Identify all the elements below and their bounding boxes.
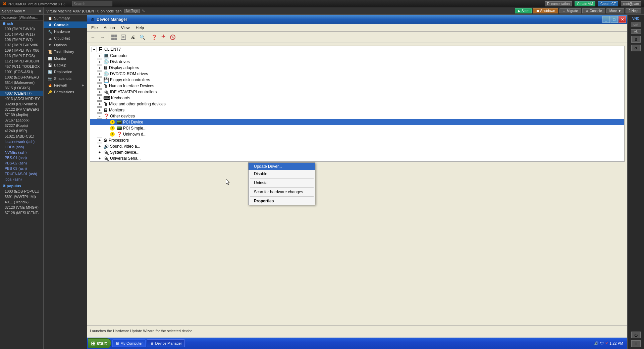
tree-other-devices[interactable]: − ❓ Other devices (90, 113, 624, 119)
vnc-grid-btn[interactable]: ⊞ (631, 340, 641, 347)
toolbar-device-view-btn[interactable] (110, 33, 118, 42)
sidebar-vm-106[interactable]: 106 (TMPLT-W7) (0, 37, 43, 42)
ctx-disable[interactable]: Disable (249, 170, 315, 178)
sound-toggle[interactable]: + (97, 144, 102, 149)
system-toggle[interactable]: + (97, 150, 102, 155)
taskbar-device-manager[interactable]: 🖥 Device Manager (147, 339, 185, 347)
processors-toggle[interactable]: + (97, 138, 102, 143)
toolbar-properties-btn[interactable] (119, 33, 128, 42)
tree-display-adapters[interactable]: + 🖥 Display adapters (90, 65, 624, 71)
sidebar-vm-51021[interactable]: 51021 (ABB-CS1) (0, 134, 43, 139)
sidebar-vm-3691[interactable]: 3691 (WWTPHIMI) (0, 194, 43, 199)
ctx-uninstall[interactable]: Uninstall (249, 179, 315, 187)
usb-toggle[interactable]: + (97, 156, 102, 161)
tree-pci-device[interactable]: ! 📟 PCI Device (90, 119, 624, 125)
toolbar-print-btn[interactable]: 🖨 (128, 33, 137, 42)
sidebar-storage-local[interactable]: local (ash) (0, 177, 43, 182)
win-restore-btn[interactable]: □ (610, 16, 618, 23)
tree-processors[interactable]: + ⚙ Processors (90, 137, 624, 143)
more-button[interactable]: More ▼ (606, 8, 624, 13)
tree-root[interactable]: − 🖥 CLIENT7 (90, 46, 624, 53)
tree-monitors[interactable]: + 🖥 Monitors (90, 107, 624, 113)
tree-floppy[interactable]: + 💾 Floppy disk controllers (90, 77, 624, 83)
sidebar-storage-pbs01[interactable]: PBS-01 (ash) (0, 155, 43, 160)
keyboards-toggle[interactable]: + (97, 95, 102, 101)
tree-sound-video[interactable]: + 🔊 Sound, video a... (90, 143, 624, 149)
ide-toggle[interactable]: + (97, 89, 102, 95)
floppy-toggle[interactable]: + (97, 77, 102, 83)
nav-permissions[interactable]: 🔑 Permissions (44, 89, 87, 95)
user-button[interactable]: root@pam (621, 1, 641, 6)
toolbar-scan-btn[interactable]: 🔍 (138, 33, 147, 42)
nav-hardware[interactable]: 🔧 Hardware (44, 28, 87, 35)
sidebar-vm-41240[interactable]: 41240 (UISP) (0, 128, 43, 134)
nav-options[interactable]: ⚙ Options (44, 42, 87, 48)
win-close-btn[interactable]: ✕ (619, 16, 626, 23)
create-ct-button[interactable]: Create CT (598, 1, 618, 6)
sidebar-vm-1001[interactable]: 1001 (EOS-ASH) (0, 69, 43, 74)
console-button[interactable]: 🖥 Console (582, 8, 605, 13)
documentation-button[interactable]: Documentation (545, 1, 572, 6)
sidebar-vm-112[interactable]: 112 (TMPLT-KUBUN (0, 58, 43, 64)
create-vm-button[interactable]: Create VM (575, 1, 595, 6)
other-toggle[interactable]: − (97, 113, 102, 119)
vnc-alt[interactable]: Alt (631, 29, 641, 34)
start-button[interactable]: ⊞ start (88, 338, 111, 348)
toolbar-update-btn[interactable] (159, 33, 168, 42)
tree-pci-simple[interactable]: ! 📟 PCI Simple... (90, 125, 624, 131)
menu-help[interactable]: Help (133, 25, 147, 31)
tree-unknown-device[interactable]: ! ❓ Unknown d... (90, 131, 624, 137)
tree-ide[interactable]: + 🔌 IDE ATA/ATAPI controllers (90, 89, 624, 95)
toolbar-uninstall-btn[interactable] (168, 33, 177, 42)
sidebar-vm-107[interactable]: 107 (TMPLT-XP-x86 (0, 42, 43, 48)
dvd-toggle[interactable]: + (97, 71, 102, 77)
toolbar-help-btn[interactable]: ❓ (150, 33, 158, 42)
sidebar-vm-3614[interactable]: 3614 (Maleserver) (0, 80, 43, 85)
tree-dvd[interactable]: + 💿 DVD/CD-ROM drives (90, 71, 624, 77)
sidebar-node-populus[interactable]: 🖥populus (0, 183, 43, 189)
nav-backup[interactable]: 💾 Backup (44, 62, 87, 68)
vnc-settings-btn[interactable]: ⚙ (631, 45, 641, 51)
sidebar-vm-109[interactable]: 109 (TMPLT-W7-X86 (0, 48, 43, 53)
monitors-toggle[interactable]: + (97, 107, 102, 113)
sidebar-node-ash[interactable]: 🖥ash (0, 21, 43, 26)
vnc-power-btn[interactable]: ⏻ (631, 332, 641, 338)
server-view-close[interactable]: ✕ (39, 9, 41, 13)
display-toggle[interactable]: + (97, 65, 102, 70)
sidebar-vm-33208[interactable]: 33208 (RDP-Nalco) (0, 101, 43, 107)
menu-view[interactable]: View (118, 25, 132, 31)
sidebar-storage-hdds[interactable]: HDDs (ash) (0, 144, 43, 150)
tree-keyboards[interactable]: + ⌨ Keyboards (90, 95, 624, 101)
root-toggle[interactable]: − (92, 47, 97, 52)
tree-disk-drives[interactable]: + 💿 Disk drives (90, 59, 624, 65)
sidebar-vm-37122[interactable]: 37122 (PV-VIEWER) (0, 107, 43, 112)
menu-file[interactable]: File (89, 25, 100, 31)
hid-toggle[interactable]: + (97, 83, 102, 89)
sidebar-storage-truenas[interactable]: TRUENAS-01 (ash) (0, 171, 43, 177)
sidebar-vm-37139[interactable]: 37139 (Joplin) (0, 112, 43, 117)
toolbar-forward-btn[interactable]: → (98, 33, 107, 42)
sidebar-vm-100[interactable]: 100 (TMPLT-W10) (0, 26, 43, 32)
sidebar-vm-101[interactable]: 101 (TMPLT-W11) (0, 32, 43, 37)
ctx-properties[interactable]: Properties (249, 197, 315, 205)
sidebar-vm-1003[interactable]: 1003 (EOS-POPULU (0, 189, 43, 194)
nav-snapshots[interactable]: 📷 Snapshots (44, 75, 87, 82)
sidebar-vm-4011[interactable]: 4011 (Trandik) (0, 199, 43, 205)
toolbar-back-btn[interactable]: ← (89, 33, 97, 42)
help-button[interactable]: ? Help (626, 8, 641, 13)
edit-icon[interactable]: ✎ (142, 9, 145, 13)
nav-firewall[interactable]: 🔥 Firewall ▶ (44, 82, 87, 89)
tree-hid[interactable]: + 🖱 Human Interface Devices (90, 83, 624, 89)
nav-monitor[interactable]: 📊 Monitor (44, 55, 87, 62)
ctx-scan[interactable]: Scan for hardware changes (249, 188, 315, 196)
start-button[interactable]: ▶ Start (515, 8, 532, 13)
tree-computer[interactable]: + 💻 Computer (90, 53, 624, 59)
sidebar-storage-pbs02[interactable]: PBS-02 (ash) (0, 160, 43, 166)
sidebar-vm-457[interactable]: 457 (W11-TOOLBOX (0, 64, 43, 69)
tree-mice[interactable]: + 🖱 Mice and other pointing devices (90, 101, 624, 107)
nav-replication[interactable]: 🔄 Replication (44, 68, 87, 75)
nav-cloudinit[interactable]: ☁ Cloud-Init (44, 35, 87, 42)
tree-system-devices[interactable]: + 🔌 System device... (90, 149, 624, 155)
sidebar-storage-localnetwork[interactable]: localnetwork (ash) (0, 139, 43, 144)
sidebar-vm-37128[interactable]: 37128 (MESHCENT- (0, 210, 43, 215)
